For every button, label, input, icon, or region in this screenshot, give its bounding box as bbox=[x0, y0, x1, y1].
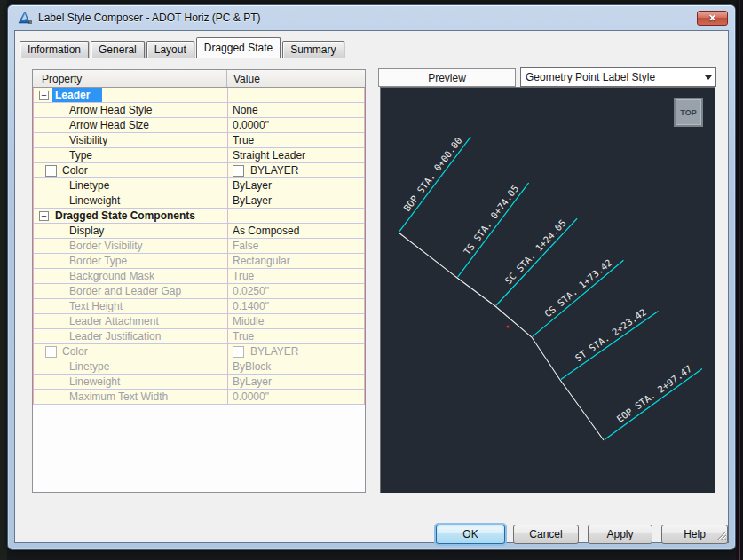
property-label: Type bbox=[34, 149, 92, 162]
tab-information[interactable]: Information bbox=[20, 41, 89, 58]
station-label: TS STA. 0+74.05 bbox=[447, 175, 529, 277]
grid-row-color[interactable]: ColorBYLAYER bbox=[34, 344, 364, 359]
collapse-icon[interactable]: − bbox=[39, 91, 49, 100]
color-swatch[interactable] bbox=[233, 346, 244, 358]
grid-row-border-and-leader-gap[interactable]: Border and Leader Gap0.0250" bbox=[34, 284, 364, 299]
preview-canvas: BOP STA. 0+00.00TS STA. 0+74.05SC STA. 1… bbox=[381, 88, 715, 493]
grid-row-visibility[interactable]: VisibilityTrue bbox=[34, 133, 364, 148]
station-label: EOP STA. 2+97.47 bbox=[597, 358, 702, 439]
point-marker bbox=[507, 326, 510, 328]
color-swatch[interactable] bbox=[233, 165, 244, 177]
property-value: True bbox=[233, 330, 254, 343]
property-label: Border Type bbox=[34, 255, 127, 267]
property-grid: Property Value −LeaderArrow Head StyleNo… bbox=[32, 69, 366, 493]
property-label: Leader Attachment bbox=[34, 315, 159, 327]
close-button[interactable]: ✕ bbox=[697, 11, 728, 26]
station-label-text: CS STA. 1+73.42 bbox=[542, 256, 613, 319]
property-label: Display bbox=[34, 225, 104, 237]
app-icon bbox=[18, 11, 33, 25]
property-value: False bbox=[233, 240, 258, 252]
property-value: 0.0000" bbox=[233, 119, 269, 131]
property-label: Border Visibility bbox=[34, 240, 142, 252]
station-label-text: SC STA. 1+24.05 bbox=[502, 217, 567, 287]
property-label: Color bbox=[62, 164, 88, 177]
tab-dragged-state[interactable]: Dragged State bbox=[196, 37, 281, 58]
desktop-background-right bbox=[736, 0, 743, 560]
grid-row-border-visibility[interactable]: Border VisibilityFalse bbox=[34, 239, 364, 254]
property-value: As Composed bbox=[233, 225, 299, 237]
resize-grip-icon[interactable] bbox=[715, 529, 726, 540]
grid-row-leader[interactable]: −Leader bbox=[34, 88, 364, 103]
station-label-text: ST STA. 2+23.42 bbox=[573, 306, 648, 363]
grid-row-type[interactable]: TypeStraight Leader bbox=[34, 148, 364, 163]
leader-line bbox=[605, 368, 702, 439]
property-label: Lineweight bbox=[34, 375, 120, 388]
grid-row-dragged-state-components[interactable]: −Dragged State Components bbox=[34, 209, 364, 224]
grid-row-border-type[interactable]: Border TypeRectangular bbox=[34, 254, 364, 269]
leader-line bbox=[533, 260, 624, 336]
preview-label: Preview bbox=[378, 68, 516, 87]
label-style-composer-window: Label Style Composer - ADOT Horiz (PC & … bbox=[7, 4, 736, 550]
grid-header: Property Value bbox=[33, 70, 365, 88]
property-label: Border and Leader Gap bbox=[34, 285, 181, 297]
station-label: ST STA. 2+23.42 bbox=[553, 300, 658, 379]
property-value: BYLAYER bbox=[250, 164, 298, 177]
preview-style-value: Geometry Point Label Style bbox=[521, 71, 700, 83]
grid-row-color[interactable]: ColorBYLAYER bbox=[34, 163, 364, 178]
tab-summary[interactable]: Summary bbox=[282, 41, 344, 58]
property-value: True bbox=[233, 134, 254, 146]
property-label: Arrow Head Style bbox=[34, 104, 152, 116]
grid-row-leader-justification[interactable]: Leader JustificationTrue bbox=[34, 329, 364, 344]
ok-button[interactable]: OK bbox=[436, 525, 505, 544]
preview-style-select[interactable]: Geometry Point Label Style bbox=[520, 67, 716, 87]
leader-line bbox=[561, 312, 659, 380]
station-label: CS STA. 1+73.42 bbox=[524, 250, 623, 337]
property-value: ByBlock bbox=[233, 360, 271, 373]
color-swatch[interactable] bbox=[45, 346, 57, 358]
tab-general[interactable]: General bbox=[91, 41, 145, 58]
property-label: Text Height bbox=[34, 300, 123, 312]
grid-row-linetype[interactable]: LinetypeByBlock bbox=[34, 359, 364, 375]
dialog-client-area: InformationGeneralLayoutDragged StateSum… bbox=[14, 30, 729, 543]
grid-row-linetype[interactable]: LinetypeByLayer bbox=[34, 178, 364, 193]
property-value: Straight Leader bbox=[233, 149, 305, 162]
property-label: Linetype bbox=[34, 360, 109, 373]
station-label: SC STA. 1+24.05 bbox=[486, 209, 577, 305]
grid-row-background-mask[interactable]: Background MaskTrue bbox=[34, 269, 364, 284]
property-label: Arrow Head Size bbox=[34, 119, 149, 131]
chevron-down-icon[interactable] bbox=[700, 68, 715, 86]
alignment-polyline bbox=[399, 233, 604, 440]
property-label: Leader Justification bbox=[34, 330, 161, 343]
group-label: Dragged State Components bbox=[52, 209, 195, 222]
grid-row-display[interactable]: DisplayAs Composed bbox=[34, 224, 364, 239]
property-value: ByLayer bbox=[233, 375, 272, 388]
preview-viewport[interactable]: BOP STA. 0+00.00TS STA. 0+74.05SC STA. 1… bbox=[380, 87, 715, 493]
property-value: 0.1400" bbox=[233, 300, 269, 312]
column-header-value: Value bbox=[227, 70, 365, 87]
column-header-property: Property bbox=[33, 70, 227, 87]
property-value: ByLayer bbox=[233, 179, 272, 192]
grid-row-maximum-text-width[interactable]: Maximum Text Width0.0000" bbox=[34, 390, 364, 405]
property-label: Lineweight bbox=[34, 194, 120, 207]
property-label: Background Mask bbox=[34, 270, 154, 282]
station-label-text: BOP STA. 0+00.00 bbox=[401, 135, 463, 213]
collapse-icon[interactable]: − bbox=[39, 211, 49, 221]
property-value: BYLAYER bbox=[250, 345, 298, 358]
property-label: Maximum Text Width bbox=[34, 390, 168, 403]
titlebar[interactable]: Label Style Composer - ADOT Horiz (PC & … bbox=[8, 5, 735, 30]
cancel-button[interactable]: Cancel bbox=[513, 525, 579, 544]
grid-row-lineweight[interactable]: LineweightByLayer bbox=[34, 193, 364, 209]
grid-row-text-height[interactable]: Text Height0.1400" bbox=[34, 299, 364, 314]
grid-row-lineweight[interactable]: LineweightByLayer bbox=[34, 375, 364, 390]
grid-row-leader-attachment[interactable]: Leader AttachmentMiddle bbox=[34, 314, 364, 329]
grid-row-arrow-head-style[interactable]: Arrow Head StyleNone bbox=[34, 103, 364, 118]
color-swatch[interactable] bbox=[45, 165, 57, 177]
property-value: ByLayer bbox=[233, 194, 272, 207]
property-value: True bbox=[233, 270, 254, 282]
tab-layout[interactable]: Layout bbox=[146, 41, 194, 58]
viewcube-top-button[interactable]: TOP bbox=[676, 99, 701, 125]
property-label: Color bbox=[62, 345, 88, 358]
grid-row-arrow-head-size[interactable]: Arrow Head Size0.0000" bbox=[34, 118, 364, 133]
apply-button[interactable]: Apply bbox=[588, 525, 652, 544]
screen: { "window": { "title": "Label Style Comp… bbox=[0, 0, 743, 560]
